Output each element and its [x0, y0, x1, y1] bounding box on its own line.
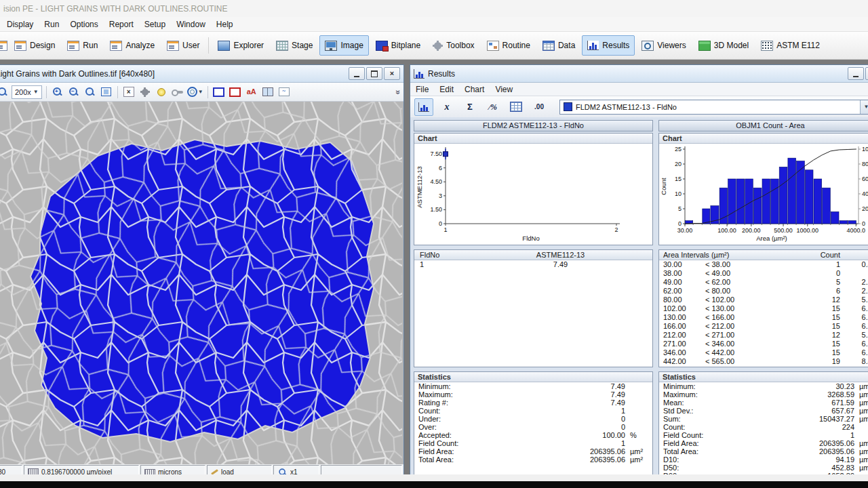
blue-rectangle-tool-icon[interactable] — [212, 85, 226, 99]
tile-windows-icon[interactable] — [261, 85, 275, 99]
area-table-row[interactable]: 346.00 < 442.00 15 6.70 — [659, 348, 868, 357]
toolbar-button-design[interactable]: Design — [9, 35, 60, 56]
toolbar-button-analyze[interactable]: Analyze — [104, 35, 160, 56]
area-table-row[interactable]: 49.00 < 62.00 5 2.23 — [659, 278, 868, 287]
toolbar-button-astm-e112[interactable]: ASTM E112 — [755, 35, 825, 56]
area-table-row[interactable]: 80.00 < 102.00 12 5.36 — [659, 296, 868, 304]
minimize-button[interactable] — [349, 67, 365, 80]
light-bulb-icon[interactable] — [155, 85, 168, 99]
menu-item[interactable]: Window — [171, 20, 211, 29]
form-window-icon — [110, 41, 122, 51]
panel-header: FLDM2 ASTME112-13 - FldNo — [414, 120, 653, 131]
table-view-icon[interactable] — [507, 98, 526, 116]
text-annotation-icon[interactable]: aA — [245, 85, 258, 99]
maximize-button[interactable] — [366, 67, 382, 80]
zoom-in-icon[interactable]: + — [51, 85, 64, 99]
form-window-icon — [167, 41, 179, 51]
area-histogram: 051015202530.00100.00200.00500.001000.00… — [659, 144, 868, 245]
maximize-button[interactable] — [865, 67, 868, 80]
toolbar-button-routine[interactable]: Routine — [481, 35, 536, 56]
close-button[interactable]: × — [384, 67, 400, 80]
toolbar-button-bitplane[interactable]: Bitplane — [370, 35, 426, 56]
menu-item[interactable]: View — [490, 85, 518, 94]
measure-selector-combobox[interactable]: FLDM2 ASTME112-13 - FldNo ▼ — [559, 100, 868, 115]
stat-row: Field Area: 206395.06 µm² — [659, 439, 868, 447]
profile-tool-icon[interactable]: ~ — [277, 85, 291, 99]
form-window-icon — [14, 41, 26, 51]
delete-marker-icon[interactable]: × — [122, 85, 136, 99]
area-table-row[interactable]: 30.00 < 38.00 1 0.45 — [659, 260, 868, 269]
toolbar-button-toolbox[interactable]: Toolbox — [427, 35, 479, 56]
table-row[interactable]: 1 7.49 — [414, 260, 652, 269]
form-window-icon — [67, 41, 79, 51]
image-toolbar: 200x▼ + − × ▼ aA ~ — [0, 83, 403, 102]
toolbar-overflow-icon[interactable]: » — [394, 89, 403, 94]
toolbar-button-stage[interactable]: Stage — [271, 35, 318, 56]
results-toolbar: x Σ ∕% .00 FLDM2 ASTME112-13 - FldNo ▼ — [410, 96, 868, 118]
area-table-row[interactable]: 212.00 < 271.00 12 5.36 — [659, 331, 868, 340]
area-table-row[interactable]: 38.00 < 49.00 0 0 — [659, 269, 868, 278]
minimize-button[interactable] — [848, 67, 864, 80]
area-table-row[interactable]: 62.00 < 80.00 6 2.68 — [659, 287, 868, 296]
area-table-row[interactable]: 442.00 < 565.00 19 8.48 — [659, 357, 868, 366]
section-label: Statistics — [659, 372, 868, 382]
data-grid-icon — [542, 41, 555, 51]
toolbar-button-user[interactable]: User — [161, 35, 205, 56]
zoom-region-icon[interactable] — [83, 85, 97, 99]
separator — [208, 86, 208, 98]
gear-icon — [434, 42, 441, 49]
section-label: Statistics — [414, 372, 652, 382]
key-icon[interactable] — [171, 85, 184, 99]
area-table-row[interactable]: 130.00 < 166.00 15 6.70 — [659, 313, 868, 322]
svg-text:100: 100 — [862, 146, 868, 152]
area-panel: OBJM1 Count - Area Chart 051015202530.00… — [658, 120, 868, 474]
variable-x-icon[interactable]: x — [437, 98, 456, 116]
clipped-toolbar-icon[interactable] — [0, 41, 7, 51]
image-window: Light Grains with Dark Outlines.tif [640… — [0, 64, 404, 474]
menu-item[interactable]: Report — [104, 20, 139, 29]
stat-row: D10: 94.19 µm² — [659, 455, 868, 464]
toolbar-button-results[interactable]: Results — [582, 35, 635, 56]
area-table-row[interactable]: 166.00 < 212.00 15 6.70 — [659, 322, 868, 331]
red-rectangle-tool-icon[interactable] — [229, 85, 242, 99]
svg-text:100.00: 100.00 — [717, 227, 736, 234]
fldno-chart: 01.5034.5067.5012ASTME112-13FldNo — [414, 144, 652, 245]
menu-item[interactable]: Setup — [139, 20, 171, 29]
fit-view-icon[interactable] — [100, 85, 113, 99]
menu-item[interactable]: Options — [64, 20, 103, 29]
chevron-down-icon: ▼ — [33, 89, 39, 95]
menu-item[interactable]: Chart — [459, 85, 490, 94]
svg-text:4.50: 4.50 — [430, 178, 442, 185]
toolbar-button-viewers[interactable]: Viewers — [636, 35, 691, 56]
zoom-out-icon[interactable]: − — [67, 85, 81, 99]
menu-item[interactable]: Edit — [434, 85, 459, 94]
svg-text:10: 10 — [675, 190, 682, 197]
toolbar-button-data[interactable]: Data — [537, 35, 580, 56]
menu-item[interactable]: File — [410, 85, 434, 94]
sum-sigma-icon[interactable]: Σ — [460, 98, 479, 116]
toolbar-button-explorer[interactable]: Explorer — [212, 35, 269, 56]
toolbar-button-image[interactable]: Image — [319, 35, 368, 56]
viewer-icon — [642, 41, 654, 51]
menu-item[interactable]: Help — [211, 20, 239, 29]
zoom-level-select[interactable]: 200x▼ — [12, 85, 42, 99]
decimals-icon[interactable]: .00 — [530, 98, 549, 116]
selected-measure-label: FLDM2 ASTME112-13 - FldNo — [576, 103, 677, 111]
percent-icon[interactable]: ∕% — [484, 98, 502, 116]
chart-view-icon[interactable] — [414, 98, 433, 116]
zoom-tool-icon[interactable] — [0, 85, 9, 99]
menu-item[interactable]: Display — [1, 20, 39, 29]
svg-text:80: 80 — [862, 161, 868, 167]
svg-text:20: 20 — [675, 161, 682, 167]
toolbar-button-3dmodel[interactable]: 3D Model — [693, 35, 754, 56]
menu-item[interactable]: Run — [39, 20, 64, 29]
area-table-row[interactable]: 102.00 < 130.00 15 6.70 — [659, 304, 868, 313]
area-table-row[interactable]: 271.00 < 346.00 15 6.70 — [659, 340, 868, 348]
micrograph-image[interactable] — [0, 102, 402, 464]
svg-text:1000.00: 1000.00 — [797, 227, 819, 234]
app-title: ision PE - LIGHT GRAINS WITH DAR­K OUTLI… — [3, 4, 228, 14]
toolbar-button-run[interactable]: Run — [62, 35, 103, 56]
settings-gear-icon[interactable] — [138, 85, 152, 99]
layers-icon[interactable]: ▼ — [187, 85, 203, 99]
svg-text:4000.0: 4000.0 — [847, 227, 866, 234]
